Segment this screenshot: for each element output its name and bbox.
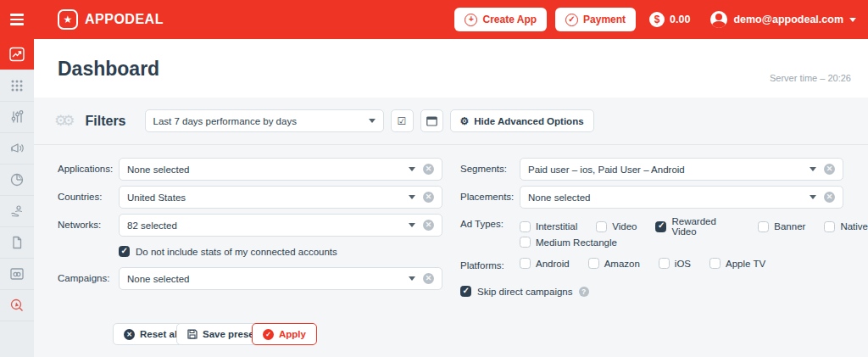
calendar-button[interactable]: [420, 109, 443, 132]
account-menu[interactable]: demo@appodeal.com: [710, 11, 856, 28]
checked-box-icon: ☑: [398, 115, 407, 127]
clear-icon[interactable]: ✕: [423, 273, 434, 284]
sidebar-item-dashboard[interactable]: [0, 39, 34, 70]
checkbox[interactable]: [659, 258, 670, 269]
account-email: demo@appodeal.com: [733, 14, 843, 25]
clear-icon[interactable]: ✕: [423, 192, 434, 203]
countries-label: Countries:: [58, 192, 102, 202]
apply-button[interactable]: ✓ Apply: [252, 323, 317, 345]
chevron-down-icon: [409, 223, 415, 227]
checkbox[interactable]: [520, 258, 531, 269]
sidebar-item-inspector[interactable]: [0, 290, 34, 321]
page-title: Dashboard: [58, 58, 159, 81]
applications-label: Applications:: [58, 164, 113, 174]
segments-label: Segments:: [460, 164, 507, 174]
balance[interactable]: $ 0.00: [649, 12, 690, 27]
checkbox[interactable]: [709, 258, 721, 269]
sidebar-item-reports[interactable]: [0, 227, 34, 259]
checkbox[interactable]: [824, 221, 835, 232]
ad-type-interstitial[interactable]: Interstitial: [520, 221, 577, 232]
checkbox-label: Android: [536, 259, 570, 269]
checkbox[interactable]: [520, 237, 531, 248]
sidebar-item-linked-sites[interactable]: [0, 259, 34, 290]
page-header: Dashboard Server time – 20:26: [34, 39, 868, 98]
placements-label: Placements:: [460, 192, 514, 202]
skip-direct-checkbox[interactable]: [460, 286, 471, 297]
connected-accounts-checkbox-row[interactable]: Do not include stats of my connected acc…: [119, 246, 337, 257]
line-chart-icon: [8, 46, 25, 63]
platform-android[interactable]: Android: [520, 258, 570, 269]
chevron-down-icon: [810, 195, 816, 199]
plus-circle-icon: +: [465, 14, 477, 26]
checkbox-label: Apple TV: [726, 259, 765, 269]
ad-type-video[interactable]: Video: [596, 221, 637, 232]
segments-select[interactable]: Paid user – ios, Paid User – Android ✕: [520, 158, 843, 181]
balance-amount: 0.00: [670, 14, 690, 25]
payment-label: Payment: [583, 14, 626, 25]
checkbox-label: Amazon: [604, 259, 640, 269]
clear-icon[interactable]: ✕: [824, 192, 835, 203]
help-icon[interactable]: ?: [579, 287, 589, 297]
megaphone-icon: [8, 140, 25, 157]
skip-direct-label: Skip direct campaigns: [477, 287, 573, 297]
ad-type-rewarded-video[interactable]: Rewarded Video: [655, 216, 739, 237]
networks-select[interactable]: 82 selected ✕: [119, 214, 442, 237]
payment-button[interactable]: ✓ Payment: [555, 8, 636, 31]
hide-advanced-label: Hide Advanced Options: [474, 116, 583, 126]
skip-direct-campaigns-row[interactable]: Skip direct campaigns ?: [460, 286, 589, 297]
sidebar-item-promotion[interactable]: [0, 133, 34, 165]
sidebar-item-mediation[interactable]: [0, 196, 34, 227]
placements-value: None selected: [528, 192, 591, 203]
hide-advanced-options-button[interactable]: ⚙ Hide Advanced Options: [450, 109, 594, 132]
filters-toolbar: ⚙⚙ Filters Last 7 days performance by da…: [34, 98, 868, 145]
preset-select[interactable]: Last 7 days performance by days: [145, 109, 384, 132]
ad-type-medium-rectangle[interactable]: Medium Rectangle: [520, 237, 617, 248]
connected-accounts-checkbox[interactable]: [119, 246, 130, 257]
hamburger-menu-icon[interactable]: [0, 0, 34, 39]
appodeal-logo[interactable]: ★ APPODEAL: [58, 9, 164, 30]
connected-accounts-label: Do not include stats of my connected acc…: [136, 247, 337, 257]
chevron-down-icon: [409, 276, 415, 281]
preset-checkbox-button[interactable]: ☑: [391, 109, 414, 132]
countries-value: United States: [127, 192, 186, 203]
ad-type-banner[interactable]: Banner: [758, 221, 805, 232]
checkbox[interactable]: [588, 258, 599, 269]
topbar: ★ APPODEAL + Create App ✓ Payment $ 0.00…: [0, 0, 868, 39]
networks-label: Networks:: [58, 220, 101, 230]
ad-type-native[interactable]: Native: [824, 221, 868, 232]
sidebar-item-apps[interactable]: [0, 70, 34, 102]
sidebar-item-settings[interactable]: [0, 102, 34, 133]
chevron-down-icon: [369, 119, 376, 123]
appodeal-logo-text: APPODEAL: [85, 12, 164, 27]
clear-icon[interactable]: ✕: [423, 220, 434, 231]
platform-ios[interactable]: iOS: [659, 258, 691, 269]
applications-select[interactable]: None selected ✕: [119, 158, 442, 181]
check-circle-icon: ✓: [565, 14, 578, 26]
checkbox-label: Medium Rectangle: [536, 237, 617, 248]
placements-select[interactable]: None selected ✕: [520, 186, 843, 209]
circle-x-icon: ✕: [124, 329, 135, 340]
platform-apple-tv[interactable]: Apple TV: [709, 258, 765, 269]
sidebar: [0, 39, 34, 357]
sidebar-item-segments[interactable]: [0, 165, 34, 196]
countries-select[interactable]: United States ✕: [119, 186, 442, 209]
chevron-down-icon: [810, 167, 816, 171]
platform-amazon[interactable]: Amazon: [588, 258, 640, 269]
platforms-label: Platforms:: [460, 260, 504, 271]
checkbox[interactable]: [596, 221, 607, 232]
applications-value: None selected: [127, 165, 190, 175]
filters-section-label: Filters: [85, 114, 125, 129]
clear-icon[interactable]: ✕: [423, 164, 434, 175]
checkbox[interactable]: [655, 221, 666, 232]
clear-icon[interactable]: ✕: [824, 164, 835, 175]
linked-window-icon: [8, 265, 25, 282]
campaigns-select[interactable]: None selected ✕: [119, 267, 442, 290]
create-app-button[interactable]: + Create App: [454, 8, 547, 31]
checkbox[interactable]: [758, 221, 769, 232]
checkbox[interactable]: [520, 221, 531, 232]
campaigns-label: Campaigns:: [58, 273, 109, 283]
document-icon: [8, 234, 25, 251]
save-preset-label: Save preset: [203, 329, 258, 339]
sliders-icon: [8, 109, 25, 126]
server-time: Server time – 20:26: [770, 73, 851, 83]
